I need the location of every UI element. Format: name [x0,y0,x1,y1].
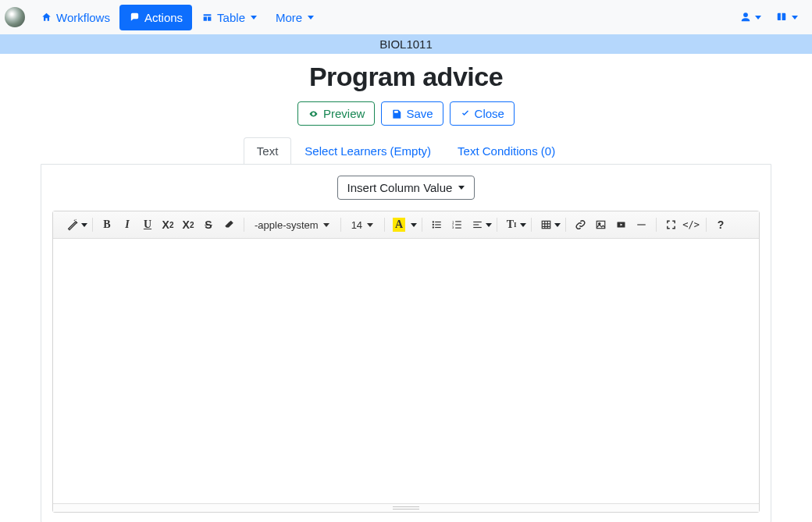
font-size-dropdown[interactable]: 14 [345,215,379,235]
close-button[interactable]: Close [450,101,515,126]
chevron-down-icon[interactable] [81,223,87,227]
save-button[interactable]: Save [381,101,443,126]
code-view-button[interactable]: </> [681,215,701,235]
image-button[interactable] [590,215,611,235]
nav-actions-label: Actions [144,11,183,24]
tab-learners-label: Select Learners (Empty) [304,144,431,158]
nav-workflows[interactable]: Workflows [31,5,119,30]
app-logo[interactable] [5,7,25,27]
unordered-list-button[interactable] [426,215,447,235]
link-button[interactable] [570,215,590,235]
tabs: Text Select Learners (Empty) Text Condit… [0,137,812,165]
tab-learners[interactable]: Select Learners (Empty) [291,137,444,165]
comments-icon [129,12,141,23]
fullscreen-button[interactable] [661,215,681,235]
book-menu[interactable] [775,12,798,23]
svg-point-2 [432,224,433,225]
check-icon [460,109,471,119]
chevron-down-icon [251,16,257,20]
svg-rect-11 [455,228,461,229]
rich-text-editor: B I U X2 X2 S -apple-system 14 [52,211,760,513]
nav-table[interactable]: Table [192,5,266,30]
font-size-label: 14 [351,219,362,231]
svg-rect-9 [455,224,461,225]
eye-icon [308,109,319,119]
chevron-down-icon[interactable] [554,223,561,227]
svg-rect-20 [637,224,646,225]
italic-button[interactable]: I [117,215,137,235]
svg-text:3: 3 [452,225,454,229]
nav-table-label: Table [217,11,245,24]
magic-icon[interactable] [62,215,83,235]
editor-toolbar: B I U X2 X2 S -apple-system 14 [53,211,759,239]
nav-more-label: More [276,11,302,24]
svg-rect-1 [435,222,441,222]
save-icon [391,108,402,119]
bold-button[interactable]: B [97,215,117,235]
ordered-list-button[interactable]: 123 [447,215,467,235]
svg-rect-12 [473,222,482,222]
font-family-label: -apple-system [255,219,319,231]
nav-more[interactable]: More [266,5,323,30]
paragraph-align-button[interactable] [467,215,487,235]
chevron-down-icon [755,16,761,20]
svg-rect-14 [473,227,482,228]
color-letter: A [393,218,405,232]
chevron-down-icon [458,186,465,190]
tab-text-label: Text [257,144,279,158]
table-icon [201,12,213,23]
eraser-icon[interactable] [219,215,239,235]
close-label: Close [475,107,504,120]
grip-icon [393,506,419,510]
text-color-button[interactable]: A [389,215,409,235]
svg-rect-3 [435,224,441,225]
editor-textarea[interactable] [53,239,759,504]
save-label: Save [406,107,433,120]
chevron-down-icon [367,223,373,227]
user-menu[interactable] [740,12,761,23]
underline-button[interactable]: U [137,215,158,235]
svg-rect-15 [542,221,550,228]
chevron-down-icon [792,16,798,20]
svg-rect-13 [473,224,479,225]
tab-conditions[interactable]: Text Conditions (0) [444,137,568,165]
chevron-down-icon [308,16,314,20]
svg-point-4 [432,226,433,228]
svg-rect-16 [597,221,605,228]
preview-button[interactable]: Preview [297,101,375,126]
resize-handle[interactable] [53,504,759,512]
svg-rect-7 [455,221,461,222]
insert-column-label: Insert Column Value [347,181,453,194]
nav-right [740,12,807,23]
video-button[interactable] [611,215,631,235]
top-navbar: Workflows Actions Table More [0,0,812,34]
nav-workflows-label: Workflows [56,11,110,24]
action-button-row: Preview Save Close [0,101,812,126]
chevron-down-icon[interactable] [520,223,526,227]
table-button[interactable] [536,215,556,235]
nav-actions[interactable]: Actions [119,5,192,30]
strikethrough-button[interactable]: S [198,215,219,235]
preview-label: Preview [323,107,365,120]
tab-conditions-label: Text Conditions (0) [458,144,555,158]
font-family-dropdown[interactable]: -apple-system [248,215,336,235]
course-code: BIOL1011 [379,37,433,51]
chevron-down-icon[interactable] [411,223,417,227]
horizontal-rule-button[interactable] [631,215,651,235]
superscript-button[interactable]: X2 [158,215,178,235]
chevron-down-icon [323,223,329,227]
tab-text[interactable]: Text [244,137,292,165]
help-button[interactable]: ? [710,215,731,235]
page-title: Program advice [0,62,812,92]
subscript-button[interactable]: X2 [178,215,198,235]
svg-rect-5 [435,227,441,228]
svg-point-0 [432,221,433,222]
tab-content: Insert Column Value B I U X2 X2 S [41,164,771,522]
home-icon [41,12,52,23]
insert-column-wrap: Insert Column Value [52,176,760,200]
chevron-down-icon[interactable] [486,223,492,227]
insert-column-button[interactable]: Insert Column Value [337,176,475,200]
line-height-button[interactable]: TI [501,215,522,235]
nav-left: Workflows Actions Table More [5,5,323,30]
course-banner: BIOL1011 [0,34,812,54]
